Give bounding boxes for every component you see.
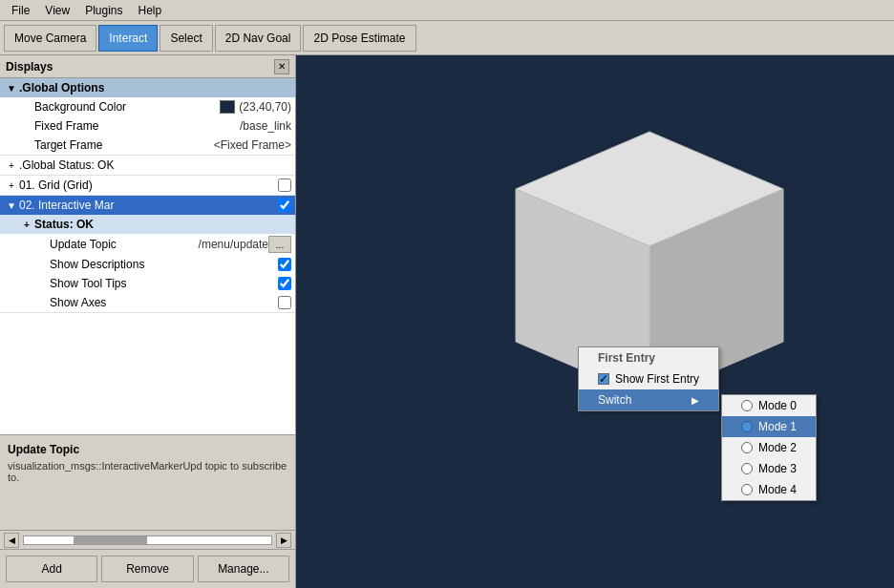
grid-expand[interactable]: + xyxy=(4,178,19,193)
show-first-entry-item[interactable]: ✓ Show First Entry xyxy=(579,368,718,389)
displays-close-button[interactable]: ✕ xyxy=(274,59,289,74)
show-tool-tips-row[interactable]: Show Tool Tips xyxy=(0,274,295,293)
menu-file[interactable]: File xyxy=(4,2,37,19)
status-ok-row[interactable]: + Status: OK xyxy=(0,215,295,234)
grid-label: 01. Grid (Grid) xyxy=(19,178,278,192)
show-axes-checkbox[interactable] xyxy=(278,296,291,309)
interactive-marker-expand[interactable]: ▼ xyxy=(4,198,19,213)
mode-1-label: Mode 1 xyxy=(758,420,797,433)
update-topic-row[interactable]: Update Topic /menu/update ... xyxy=(0,234,295,255)
switch-item[interactable]: Switch ▶ xyxy=(579,389,718,410)
interactive-marker-row[interactable]: ▼ 02. Interactive Mar xyxy=(0,196,295,215)
target-frame-row[interactable]: Target Frame <Fixed Frame> xyxy=(0,136,295,155)
scroll-left-button[interactable]: ◀ xyxy=(4,533,19,548)
mode-3-label: Mode 3 xyxy=(758,462,797,475)
global-options-section: ▼ .Global Options Background Color (23,4… xyxy=(0,78,295,156)
mode-2-item[interactable]: Mode 2 xyxy=(722,437,816,458)
target-frame-value: <Fixed Frame> xyxy=(214,138,291,152)
submenu: Mode 0 Mode 1 Mode 2 Mode 3 Mode 4 xyxy=(721,394,817,501)
scroll-area: ◀ ▶ xyxy=(0,531,295,550)
show-first-entry-checkbox[interactable]: ✓ xyxy=(598,373,609,385)
move-camera-button[interactable]: Move Camera xyxy=(4,25,96,52)
info-title: Update Topic xyxy=(8,443,287,456)
mode-4-item[interactable]: Mode 4 xyxy=(722,479,816,500)
interactive-marker-section: ▼ 02. Interactive Mar + Status: OK Updat… xyxy=(0,196,295,313)
mode-0-radio[interactable] xyxy=(741,400,753,411)
global-options-label: .Global Options xyxy=(19,81,291,94)
show-axes-row[interactable]: Show Axes xyxy=(0,293,295,312)
expand-icon[interactable]: ▼ xyxy=(4,80,19,95)
show-descriptions-row[interactable]: Show Descriptions xyxy=(0,255,295,274)
background-color-row[interactable]: Background Color (23,40,70) xyxy=(0,97,295,116)
submenu-arrow: ▶ xyxy=(692,395,699,406)
grid-checkbox[interactable] xyxy=(278,178,291,192)
2d-pose-estimate-button[interactable]: 2D Pose Estimate xyxy=(303,25,415,52)
mode-0-item[interactable]: Mode 0 xyxy=(722,395,816,416)
switch-label: Switch xyxy=(598,393,686,407)
mode-0-label: Mode 0 xyxy=(758,399,797,412)
mode-1-radio[interactable] xyxy=(741,421,753,432)
menu-plugins[interactable]: Plugins xyxy=(77,2,130,19)
mode-4-label: Mode 4 xyxy=(758,483,797,496)
menu-view[interactable]: View xyxy=(37,2,77,19)
update-topic-value: /menu/update xyxy=(199,238,268,251)
fixed-frame-label: Fixed Frame xyxy=(34,119,240,133)
global-options-row[interactable]: ▼ .Global Options xyxy=(0,78,295,97)
mode-1-item[interactable]: Mode 1 xyxy=(722,416,816,437)
show-descriptions-checkbox[interactable] xyxy=(278,258,291,271)
interact-button[interactable]: Interact xyxy=(98,25,158,52)
show-axes-label: Show Axes xyxy=(50,296,278,309)
viewport[interactable]: First Entry ✓ Show First Entry Switch ▶ … xyxy=(296,55,894,588)
background-color-value: (23,40,70) xyxy=(239,100,291,114)
mode-4-radio[interactable] xyxy=(741,484,753,495)
displays-title: Displays xyxy=(6,60,53,74)
manage-button[interactable]: Manage... xyxy=(198,556,289,582)
background-color-label: Background Color xyxy=(34,100,220,114)
target-frame-label: Target Frame xyxy=(34,138,214,152)
2d-nav-goal-button[interactable]: 2D Nav Goal xyxy=(215,25,302,52)
3d-scene xyxy=(296,55,894,588)
global-status-section: + .Global Status: OK xyxy=(0,156,295,176)
grid-row[interactable]: + 01. Grid (Grid) xyxy=(0,176,295,195)
global-status-expand[interactable]: + xyxy=(4,158,19,173)
grid-section: + 01. Grid (Grid) xyxy=(0,176,295,196)
menu-help[interactable]: Help xyxy=(131,2,170,19)
info-panel: Update Topic visualization_msgs::Interac… xyxy=(0,435,295,531)
global-status-row[interactable]: + .Global Status: OK xyxy=(0,156,295,175)
bottom-buttons: Add Remove Manage... xyxy=(0,550,295,588)
first-entry-label: First Entry xyxy=(579,347,718,368)
context-menu: First Entry ✓ Show First Entry Switch ▶ xyxy=(578,346,719,411)
menubar: File View Plugins Help xyxy=(0,0,894,21)
color-swatch[interactable] xyxy=(220,100,235,114)
fixed-frame-row[interactable]: Fixed Frame /base_link xyxy=(0,116,295,136)
mode-2-radio[interactable] xyxy=(741,442,753,453)
interactive-marker-label: 02. Interactive Mar xyxy=(19,199,278,212)
main-layout: Displays ✕ ▼ .Global Options Background … xyxy=(0,55,894,588)
scrollbar-thumb[interactable] xyxy=(74,536,148,544)
select-button[interactable]: Select xyxy=(160,25,212,52)
status-label: Status: OK xyxy=(34,218,291,231)
left-panel: Displays ✕ ▼ .Global Options Background … xyxy=(0,55,296,588)
fixed-frame-value: /base_link xyxy=(240,119,291,133)
show-tool-tips-label: Show Tool Tips xyxy=(50,277,278,290)
remove-button[interactable]: Remove xyxy=(101,556,193,582)
interactive-marker-checkbox[interactable] xyxy=(278,199,291,212)
show-first-entry-label: Show First Entry xyxy=(615,372,699,386)
browse-button[interactable]: ... xyxy=(268,236,291,253)
mode-3-radio[interactable] xyxy=(741,463,753,474)
displays-header: Displays ✕ xyxy=(0,55,295,78)
add-button[interactable]: Add xyxy=(6,556,97,582)
toolbar: Move Camera Interact Select 2D Nav Goal … xyxy=(0,21,894,55)
tree-area: ▼ .Global Options Background Color (23,4… xyxy=(0,78,295,435)
global-status-label: .Global Status: OK xyxy=(19,158,291,172)
info-text: visualization_msgs::InteractiveMarkerUpd… xyxy=(8,460,287,483)
mode-3-item[interactable]: Mode 3 xyxy=(722,458,816,479)
status-expand[interactable]: + xyxy=(19,217,34,232)
update-topic-label: Update Topic xyxy=(50,238,199,251)
mode-2-label: Mode 2 xyxy=(758,441,797,454)
scrollbar-track[interactable] xyxy=(23,536,272,545)
scroll-right-button[interactable]: ▶ xyxy=(276,533,291,548)
show-descriptions-label: Show Descriptions xyxy=(50,258,278,271)
show-tool-tips-checkbox[interactable] xyxy=(278,277,291,290)
